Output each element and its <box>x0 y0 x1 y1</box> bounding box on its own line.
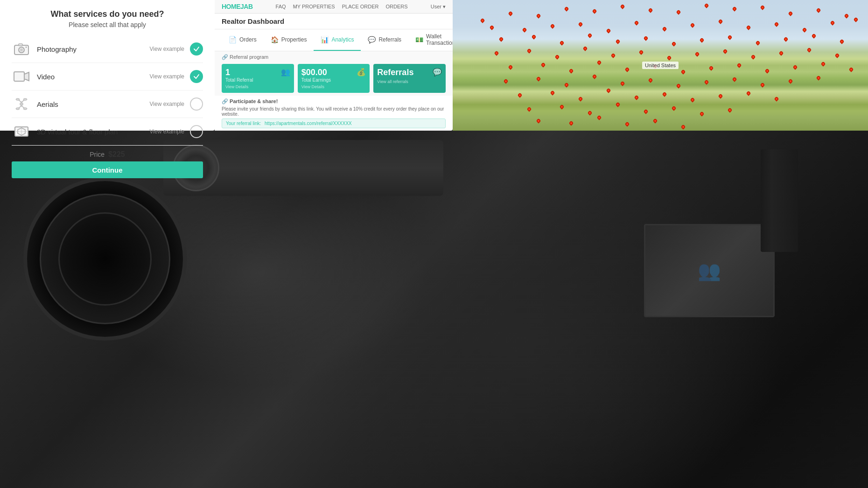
referrals-card-link[interactable]: View all referrals <box>377 79 442 84</box>
video-label: Video <box>37 73 150 81</box>
virtual-tour-view-example[interactable]: View example <box>150 128 184 135</box>
map-dot <box>820 61 826 66</box>
total-referral-link[interactable]: View Details <box>225 84 290 89</box>
nav-properties[interactable]: MY PROPERTIES <box>293 4 335 9</box>
price-label: Price <box>90 151 105 158</box>
map-dot <box>634 20 639 25</box>
map-dot <box>610 53 616 58</box>
camera-grip <box>761 149 798 252</box>
map-dot <box>503 78 508 84</box>
service-item-aerials[interactable]: Aerials View example <box>12 91 203 118</box>
map-dot <box>816 7 821 13</box>
map-dot <box>578 21 583 27</box>
nav-place-order[interactable]: PLACE ORDER <box>342 4 379 9</box>
service-item-photography[interactable]: Photography View example <box>12 35 203 63</box>
map-dot <box>680 124 686 129</box>
map-dot <box>508 64 513 70</box>
referral-link-value[interactable]: https://apartmentals.com/referral/XXXXXX <box>265 121 352 126</box>
map-dot <box>550 90 555 95</box>
orders-icon: 📄 <box>229 36 237 43</box>
map-dot <box>853 17 858 22</box>
map-dot <box>489 25 494 30</box>
map-dot <box>755 40 760 45</box>
tab-referrals[interactable]: 💬 Referrals <box>361 29 408 51</box>
map-dot <box>526 48 532 53</box>
total-earnings-link[interactable]: View Details <box>301 84 366 89</box>
map-dot <box>676 83 681 88</box>
dashboard-nav: FAQ MY PROPERTIES PLACE ORDER ORDERS <box>262 4 421 9</box>
map-dot <box>550 23 555 28</box>
tab-orders[interactable]: 📄 Orders <box>222 29 264 51</box>
map-dot <box>648 77 653 83</box>
tab-properties[interactable]: 🏠 Properties <box>264 29 314 51</box>
tab-orders-label: Orders <box>239 36 257 43</box>
participate-text: Please invite your friends by sharing th… <box>222 106 446 117</box>
nav-orders[interactable]: ORDERS <box>386 4 408 9</box>
services-panel: What services do you need? Please select… <box>0 0 215 131</box>
nav-faq[interactable]: FAQ <box>276 4 286 9</box>
service-item-video[interactable]: Video View example <box>12 63 203 91</box>
virtual-tour-checkbox[interactable] <box>190 125 203 138</box>
map-dot <box>722 49 728 54</box>
map-dot <box>732 77 737 82</box>
map-dot <box>694 51 700 56</box>
svg-point-16 <box>23 108 27 110</box>
service-item-virtual-tour[interactable]: 3D virtual tour & floor plan View exampl… <box>12 118 203 146</box>
tab-referrals-label: Referrals <box>378 36 401 43</box>
aerials-checkbox[interactable] <box>190 98 203 111</box>
photography-view-example[interactable]: View example <box>150 46 184 52</box>
map-dot <box>592 8 597 14</box>
referral-link-label: Your referral link: <box>226 121 261 126</box>
map-dot <box>643 109 648 114</box>
map-dot <box>578 96 583 101</box>
map-dot <box>788 11 793 16</box>
map-dot <box>494 50 499 56</box>
map-dot <box>480 18 485 23</box>
map-dot <box>638 49 644 55</box>
aerials-view-example[interactable]: View example <box>150 101 184 107</box>
map-dot <box>526 106 532 112</box>
homejab-logo: HOMEJAB <box>222 3 253 10</box>
camera-screen: 👥 <box>644 224 775 317</box>
tab-analytics[interactable]: 📊 Analytics <box>314 29 361 51</box>
properties-icon: 🏠 <box>271 36 279 43</box>
wallet-icon: 💵 <box>415 36 423 43</box>
continue-button[interactable]: Continue <box>12 161 203 178</box>
map-dot <box>606 28 611 33</box>
analytics-icon: 📊 <box>321 36 329 43</box>
map-dot <box>559 40 564 45</box>
map-dot <box>718 93 723 98</box>
tab-wallet-label: Wallet Transactions <box>426 33 453 46</box>
participate-section: 🔗 Participate & share! Please invite you… <box>215 96 453 131</box>
map-dot <box>517 92 522 98</box>
svg-point-4 <box>26 47 27 48</box>
map-dot <box>643 35 648 41</box>
map-dot <box>732 6 737 11</box>
map-dot <box>778 50 784 56</box>
panel-subtitle: Please select all that apply <box>12 21 203 28</box>
map-dot <box>806 47 812 52</box>
map-dot <box>662 26 667 31</box>
map-dot <box>774 96 779 101</box>
referrals-card-icon: 💬 <box>433 68 442 77</box>
map-dot <box>620 4 625 9</box>
map-dot <box>587 33 592 38</box>
map-dot <box>811 33 816 38</box>
map-dot <box>736 63 742 68</box>
map-dot <box>606 88 611 93</box>
map-dot <box>536 13 541 18</box>
map-dot <box>615 39 620 44</box>
user-menu[interactable]: User ▾ <box>431 4 446 10</box>
referral-cards: 👥 1 Total Referral View Details 💰 $00.00… <box>222 64 446 93</box>
map-dot <box>624 67 630 72</box>
svg-point-15 <box>16 108 20 110</box>
video-checkbox[interactable] <box>190 70 203 83</box>
map-dot <box>564 6 569 11</box>
tab-wallet[interactable]: 💵 Wallet Transactions <box>408 29 453 51</box>
tab-properties-label: Properties <box>281 36 307 43</box>
map-dot <box>624 121 630 126</box>
video-view-example[interactable]: View example <box>150 73 184 80</box>
map-dot <box>746 91 751 96</box>
photography-checkbox[interactable] <box>190 42 203 56</box>
map-dot <box>690 22 695 28</box>
